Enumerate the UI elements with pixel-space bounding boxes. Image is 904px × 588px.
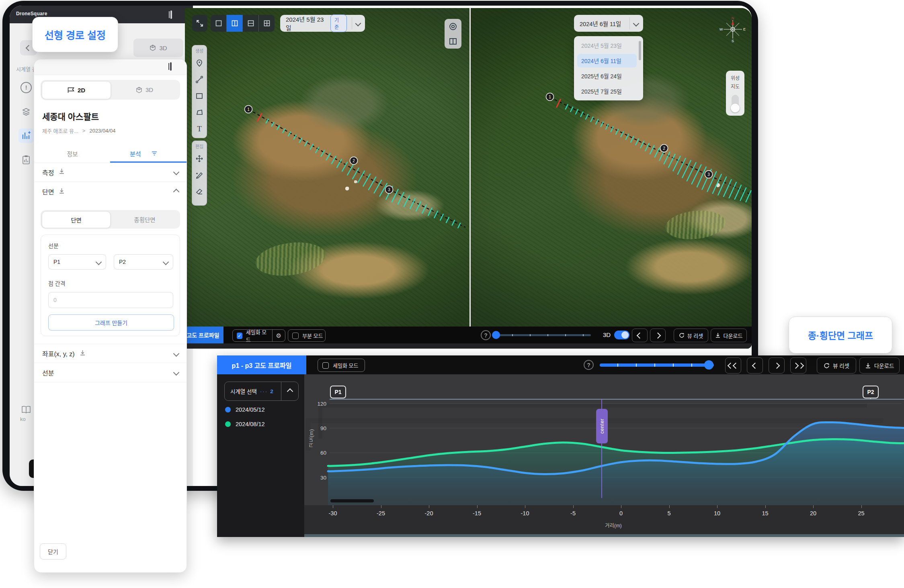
gap-input[interactable]: [48, 292, 173, 308]
profile-plot[interactable]: 306090120 고도(m) P1 P2 center: [304, 374, 904, 505]
layout-quad-button[interactable]: [259, 15, 275, 32]
dropdown-item[interactable]: 2024년 6월 11일: [577, 54, 637, 67]
section-row-section[interactable]: 단면: [34, 182, 187, 201]
layout-horizontal-split-button[interactable]: [243, 15, 259, 32]
tab-info[interactable]: 정보: [58, 149, 86, 158]
move-tool[interactable]: [193, 150, 206, 167]
chart-tab[interactable]: p1 - p3 고도 프로파일: [217, 355, 306, 374]
compass-e: E: [743, 27, 746, 31]
tab-2d[interactable]: 2D: [42, 81, 111, 99]
breadcrumb-date[interactable]: 2023/04/04: [89, 128, 115, 134]
right-date-selector[interactable]: 2024년 6월 11일: [574, 15, 643, 32]
chart-view-reset-button[interactable]: 뷰 리셋: [817, 357, 856, 374]
download-icon[interactable]: [80, 350, 86, 357]
satellite-label: 위성: [726, 74, 744, 81]
p2-badge[interactable]: P2: [863, 386, 879, 398]
elevation-profile-tab[interactable]: 고도 프로파일: [185, 327, 223, 343]
chart-prev-button[interactable]: [747, 357, 763, 374]
rectangle-tool[interactable]: [193, 88, 206, 104]
text-tool[interactable]: T: [193, 120, 206, 137]
chart-detail-mode-toggle[interactable]: 세밀화 모드: [318, 359, 365, 372]
dropdown-scrollbar[interactable]: [639, 41, 641, 60]
x-tick-mark: [861, 505, 862, 508]
breadcrumb-parent[interactable]: 제주 애조로 유...: [42, 127, 78, 135]
map-view-reset-button[interactable]: 뷰 리셋: [674, 329, 708, 342]
left-date-selector[interactable]: 2024년 5월 23일 기준: [280, 15, 365, 32]
toggle-section[interactable]: 단면: [42, 211, 111, 228]
series-select-button[interactable]: 시계열 선택 ··· 2: [224, 382, 299, 401]
section-row-measure[interactable]: 측정: [34, 163, 187, 182]
pen-tool[interactable]: [193, 167, 206, 183]
map-area[interactable]: 123123 2024년 5월 23일 기준: [185, 8, 752, 349]
toggle-cross-section[interactable]: 종횡단면: [111, 211, 179, 227]
chart-bottom-scrollbar[interactable]: [304, 534, 904, 537]
legend-item[interactable]: 2024/05/12: [225, 406, 265, 413]
map-detail-mode-toggle[interactable]: 세밀화 모드 ⚙: [232, 329, 285, 342]
svg-text:30: 30: [320, 475, 326, 481]
checkbox-checked-icon[interactable]: [237, 333, 242, 339]
split-pane-icon[interactable]: [449, 37, 457, 45]
download-icon[interactable]: [59, 168, 65, 176]
make-graph-button[interactable]: 그래프 만들기: [48, 314, 174, 331]
sidebar-item-reports[interactable]: [18, 153, 34, 167]
map-next-button[interactable]: [650, 329, 666, 342]
close-button[interactable]: 닫기: [40, 543, 66, 559]
chart-first-button[interactable]: [725, 357, 741, 374]
map-prev-button[interactable]: [632, 329, 648, 342]
x-tick-mark: [621, 505, 621, 508]
polygon-tool[interactable]: [193, 104, 206, 120]
layout-single-button[interactable]: [211, 15, 227, 32]
eraser-tool[interactable]: [193, 183, 206, 200]
chevron-down-icon: [96, 259, 102, 265]
help-label: ?: [484, 332, 488, 339]
dropdown-item[interactable]: 2025년 6월 24일: [577, 69, 637, 83]
dropdown-item[interactable]: 2024년 5월 23일: [577, 39, 637, 52]
map-download-button[interactable]: 다운로드: [711, 329, 747, 342]
tab-3d[interactable]: 3D: [110, 81, 179, 98]
expand-view-button[interactable]: [192, 15, 207, 32]
compass-s: S: [732, 39, 734, 43]
basemap-toggle[interactable]: 위성 지도: [726, 71, 744, 116]
panel-collapse-icon[interactable]: [170, 63, 172, 70]
map-opacity-slider[interactable]: [495, 334, 591, 336]
target-icon[interactable]: [449, 22, 457, 31]
p1-badge[interactable]: P1: [330, 386, 346, 398]
dimension-segmented-control: 2D 3D: [41, 80, 180, 100]
dropdown-item[interactable]: 2025년 7월 25일: [577, 84, 637, 98]
p1-select[interactable]: P1: [48, 254, 106, 270]
map-slider-knob[interactable]: [492, 331, 500, 339]
threed-toggle[interactable]: [614, 331, 629, 339]
collapse-series-button[interactable]: [281, 389, 298, 394]
map-partial-mode-toggle[interactable]: 부분 모드: [288, 329, 326, 342]
download-icon[interactable]: [59, 188, 65, 196]
polyline-tool[interactable]: [193, 71, 206, 88]
chart-next-button[interactable]: [769, 357, 785, 374]
sidebar-item-analysis[interactable]: [18, 129, 34, 143]
sidebar-item-layers[interactable]: [18, 104, 34, 119]
map-help-button[interactable]: ?: [481, 330, 491, 340]
chart-help-button[interactable]: ?: [584, 360, 594, 370]
p2-select[interactable]: P2: [114, 254, 173, 270]
tab-analysis[interactable]: 분석: [130, 149, 141, 158]
legend-item[interactable]: 2024/08/12: [225, 421, 265, 427]
checkbox-unchecked-icon[interactable]: [322, 362, 329, 369]
toggle-knob[interactable]: [731, 104, 740, 112]
elevation-profile-tab-label: 고도 프로파일: [187, 331, 219, 339]
background-3d-button[interactable]: 3D: [133, 39, 183, 57]
chart-download-button[interactable]: 다운로드: [859, 357, 900, 374]
center-marker-label[interactable]: center: [596, 409, 608, 443]
create-tools: 생성 T: [192, 45, 207, 138]
chart-slider-knob[interactable]: [704, 360, 713, 370]
section-row-coords[interactable]: 좌표(x, y, z): [34, 344, 187, 363]
marker-tool[interactable]: [193, 55, 206, 71]
gear-icon[interactable]: ⚙: [276, 332, 281, 339]
panel-collapse-icon[interactable]: [170, 11, 172, 18]
sidebar-item-docs[interactable]: [18, 402, 34, 417]
checkbox-unchecked-icon[interactable]: [292, 333, 299, 339]
chart-range-slider[interactable]: [600, 363, 714, 367]
section-row-segment[interactable]: 선분: [34, 363, 187, 382]
layout-two-pane-button[interactable]: [227, 15, 243, 32]
chart-last-button[interactable]: [790, 357, 806, 374]
survey-marker: 2: [350, 157, 358, 165]
sidebar-item-alerts[interactable]: !: [18, 80, 34, 95]
